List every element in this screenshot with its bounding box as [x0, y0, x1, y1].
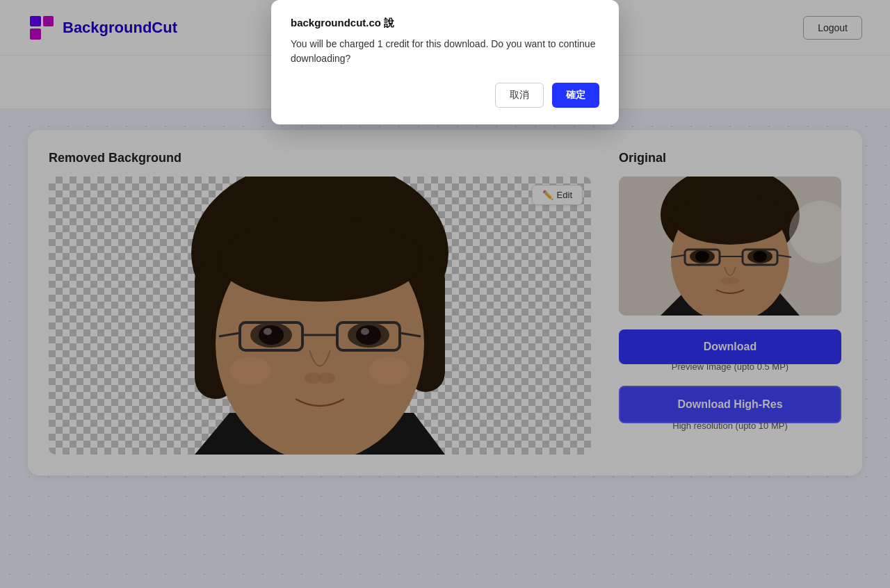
dialog-confirm-button[interactable]: 確定 — [552, 83, 599, 108]
dialog-buttons: 取消 確定 — [291, 83, 599, 108]
dialog-message: You will be charged 1 credit for this do… — [291, 37, 599, 66]
dialog-title: backgroundcut.co 說 — [291, 17, 599, 30]
dialog-cancel-button[interactable]: 取消 — [495, 83, 544, 108]
confirm-dialog: backgroundcut.co 說 You will be charged 1… — [271, 0, 619, 124]
dialog-overlay: backgroundcut.co 說 You will be charged 1… — [0, 0, 890, 588]
